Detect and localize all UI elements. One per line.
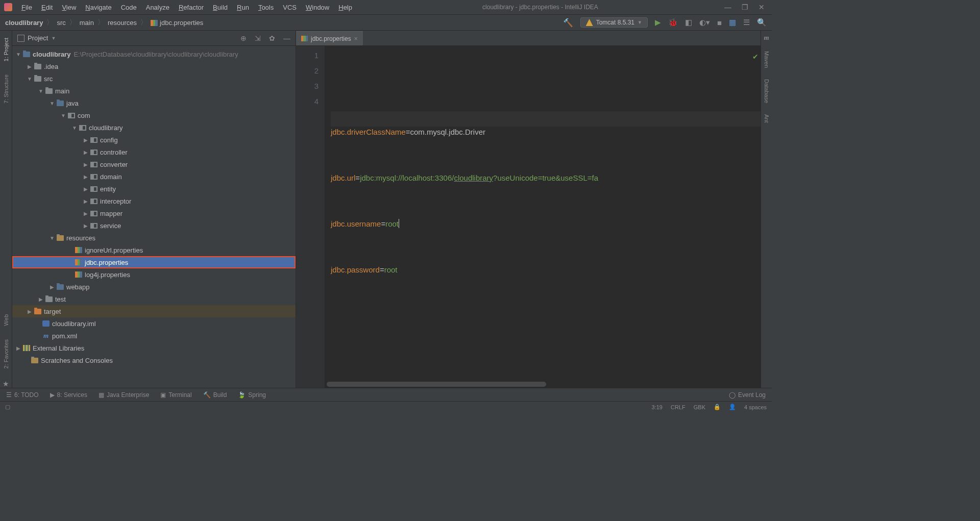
menu-build[interactable]: Build — [209, 2, 232, 13]
tree-node[interactable]: ▶test — [12, 293, 296, 305]
crumb-resources[interactable]: resources — [108, 19, 137, 27]
status-caret-pos[interactable]: 3:19 — [652, 404, 663, 410]
target-folder-icon — [34, 309, 41, 314]
run-config-selector[interactable]: Tomcat 8.5.31 ▼ — [580, 17, 648, 28]
package-icon — [90, 186, 97, 192]
bottom-tool-bar: ☰6: TODO ▶8: Services ▦Java Enterprise ▣… — [0, 388, 772, 401]
chevron-down-icon[interactable]: ▼ — [51, 36, 56, 41]
tool-tab-favorites[interactable]: 2: Favorites — [3, 337, 9, 370]
tree-node[interactable]: ▶interceptor — [12, 195, 296, 207]
tree-node[interactable]: ▶config — [12, 134, 296, 146]
structure-icon[interactable]: ☰ — [743, 18, 750, 27]
status-line-sep[interactable]: CRLF — [671, 404, 685, 410]
close-tab-icon[interactable]: × — [354, 35, 358, 42]
tree-node[interactable]: ▶converter — [12, 158, 296, 170]
tree-node[interactable]: ▶service — [12, 219, 296, 232]
package-icon — [68, 113, 75, 118]
tool-tab-terminal[interactable]: ▣Terminal — [160, 391, 191, 399]
horizontal-scrollbar[interactable] — [327, 382, 546, 387]
tree-node[interactable]: ▶entity — [12, 183, 296, 195]
tool-tab-web[interactable]: Web — [3, 312, 9, 328]
menu-run[interactable]: Run — [233, 2, 253, 13]
menu-file[interactable]: File — [17, 2, 36, 13]
tree-node[interactable]: mpom.xml — [12, 330, 296, 342]
menu-tools[interactable]: Tools — [254, 2, 278, 13]
gear-icon[interactable]: ✿ — [269, 34, 275, 42]
tool-tab-ant[interactable]: Ant — [764, 112, 770, 125]
tree-node[interactable]: ▼java — [12, 97, 296, 109]
project-tree[interactable]: ▼cloudlibraryE:\ProjectDatabase\cloudlib… — [12, 46, 296, 388]
minimize-icon[interactable]: — — [724, 3, 731, 11]
tree-node[interactable]: ▼resources — [12, 232, 296, 244]
menu-help[interactable]: Help — [334, 2, 356, 13]
crumb-src[interactable]: src — [57, 19, 65, 27]
tree-node[interactable]: ▶.idea — [12, 60, 296, 72]
coverage-icon[interactable]: ◧ — [685, 18, 692, 27]
menu-vcs[interactable]: VCS — [279, 2, 301, 13]
menu-code[interactable]: Code — [117, 2, 141, 13]
inspection-ok-icon[interactable]: ✔ — [752, 49, 758, 64]
code-editor[interactable]: ✔ 1234 jdbc.driverClassName=com.mysql.jd… — [296, 46, 761, 388]
tree-node[interactable]: ignoreUrl.properties — [12, 244, 296, 256]
tree-node[interactable]: ▶mapper — [12, 207, 296, 219]
tree-node[interactable]: ▶webapp — [12, 281, 296, 293]
editor-tab[interactable]: jdbc.properties × — [296, 31, 363, 45]
menu-window[interactable]: Window — [302, 2, 333, 13]
status-toolwindows-icon[interactable]: ▢ — [5, 404, 10, 410]
tool-tab-services[interactable]: ▶8: Services — [50, 391, 87, 399]
hide-icon[interactable]: — — [283, 34, 290, 42]
tree-node[interactable]: ▼com — [12, 109, 296, 121]
status-encoding[interactable]: GBK — [694, 404, 705, 410]
tree-node[interactable]: ▶domain — [12, 170, 296, 183]
crumb-main[interactable]: main — [80, 19, 94, 27]
crumb-project[interactable]: cloudlibrary — [5, 19, 43, 27]
tool-tab-build[interactable]: 🔨Build — [203, 391, 227, 399]
tree-node[interactable]: ▼main — [12, 85, 296, 97]
tree-node[interactable]: ▶controller — [12, 146, 296, 158]
menu-view[interactable]: View — [58, 2, 80, 13]
update-app-icon[interactable]: ▦ — [729, 18, 736, 27]
tool-tab-maven[interactable]: Maven — [764, 49, 770, 70]
memory-icon[interactable]: 👤 — [729, 404, 736, 410]
tool-tab-database[interactable]: Database — [764, 77, 770, 105]
menu-refactor[interactable]: Refactor — [175, 2, 208, 13]
build-icon[interactable]: 🔨 — [563, 18, 573, 28]
tree-node[interactable]: ▶External Libraries — [12, 342, 296, 354]
menu-navigate[interactable]: Navigate — [81, 2, 115, 13]
tree-node[interactable]: ▼src — [12, 72, 296, 85]
close-icon[interactable]: ✕ — [758, 3, 765, 11]
stop-icon[interactable]: ■ — [717, 18, 722, 27]
tool-tab-eventlog[interactable]: ◯Event Log — [729, 391, 766, 399]
tool-tab-javaee[interactable]: ▦Java Enterprise — [99, 391, 149, 399]
locate-icon[interactable]: ⊕ — [240, 34, 247, 42]
status-indent[interactable]: 4 spaces — [744, 404, 767, 410]
properties-file-icon — [75, 259, 82, 265]
tool-tab-todo[interactable]: ☰6: TODO — [6, 391, 39, 399]
search-icon[interactable]: 🔍 — [757, 18, 767, 27]
tree-node-selected[interactable]: jdbc.properties — [12, 256, 296, 268]
package-icon — [90, 162, 97, 167]
package-icon — [90, 174, 97, 180]
tree-root[interactable]: ▼cloudlibraryE:\ProjectDatabase\cloudlib… — [12, 48, 296, 60]
star-icon[interactable]: ★ — [3, 380, 9, 388]
tool-tab-project[interactable]: 1: Project — [3, 36, 9, 63]
profile-icon[interactable]: ◐▾ — [699, 18, 710, 27]
lock-icon[interactable]: 🔒 — [714, 404, 721, 410]
crumb-file[interactable]: jdbc.properties — [151, 19, 203, 27]
maximize-icon[interactable]: ❐ — [742, 3, 748, 11]
tree-node[interactable]: log4j.properties — [12, 268, 296, 281]
debug-icon[interactable]: 🐞 — [668, 18, 678, 27]
expand-all-icon[interactable]: ⇲ — [255, 34, 261, 42]
project-view-label[interactable]: Project — [28, 34, 48, 42]
tree-node[interactable]: ▼cloudlibrary — [12, 121, 296, 134]
tree-node[interactable]: ▶target — [12, 305, 296, 317]
tool-tab-spring[interactable]: 🍃Spring — [238, 391, 266, 399]
tool-tab-structure[interactable]: 7: Structure — [3, 72, 9, 106]
tree-node[interactable]: Scratches and Consoles — [12, 354, 296, 366]
project-view-icon — [17, 35, 24, 42]
package-icon — [90, 211, 97, 216]
tree-node[interactable]: cloudlibrary.iml — [12, 317, 296, 330]
run-icon[interactable]: ▶ — [655, 18, 661, 27]
menu-edit[interactable]: Edit — [37, 2, 57, 13]
menu-analyze[interactable]: Analyze — [142, 2, 174, 13]
